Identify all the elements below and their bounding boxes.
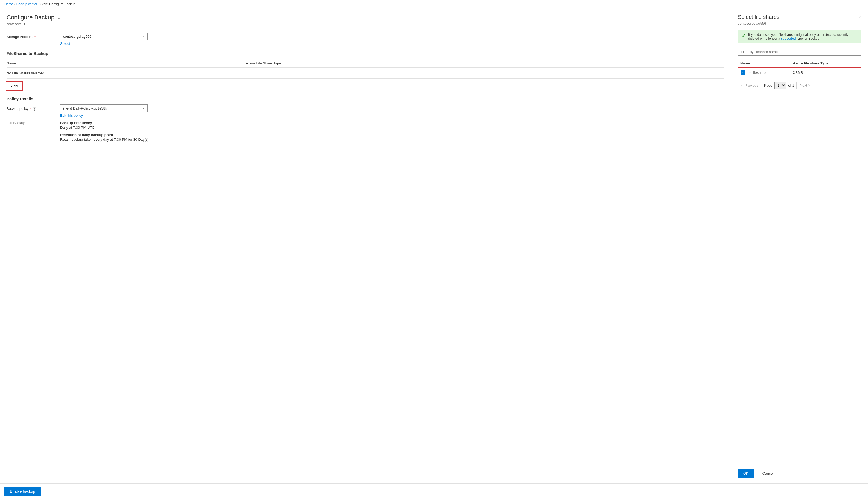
retention-title: Retention of daily backup point (60, 133, 724, 137)
page-subtitle: contosovault (7, 22, 724, 26)
breadcrumb-sep2: › (38, 2, 39, 6)
backup-policy-label: Backup policy * i (7, 105, 56, 111)
storage-account-select-link[interactable]: Select (60, 41, 70, 46)
close-button[interactable]: × (858, 14, 861, 20)
type-col-header: Azure file share Type (791, 59, 861, 68)
check-icon: ✔ (742, 33, 746, 38)
policy-section: Policy Details Backup policy * i (new) D… (7, 96, 724, 142)
breadcrumb-sep1: › (14, 2, 15, 6)
enable-backup-button[interactable]: Enable backup (4, 487, 41, 496)
left-panel: Configure Backup ... contosovault Storag… (0, 9, 731, 484)
edit-policy-link[interactable]: Edit this policy (60, 113, 83, 118)
storage-account-control: contosorgdiag556 ∨ Select (60, 33, 148, 46)
storage-account-dropdown[interactable]: contosorgdiag556 ∨ (60, 33, 148, 40)
pagination: < Previous Page 1 of 1 Next > (738, 82, 861, 89)
backup-policy-row: Backup policy * i (new) DailyPolicy-kup1… (7, 105, 724, 118)
type-col-header: Azure File Share Type (246, 61, 724, 65)
backup-policy-control: (new) DailyPolicy-kup1e38k ∨ Edit this p… (60, 105, 148, 118)
policy-required-star: * (30, 107, 32, 111)
checkbox-checked[interactable] (740, 70, 745, 75)
breadcrumb-current: Start: Configure Backup (40, 2, 75, 6)
page-of: of 1 (788, 83, 794, 87)
next-button[interactable]: Next > (796, 82, 814, 89)
panel-title: Select file shares (738, 14, 780, 20)
storage-account-label: Storage Account * (7, 33, 56, 39)
ok-button[interactable]: OK (738, 469, 754, 478)
info-icon[interactable]: i (33, 107, 36, 111)
policy-chevron: ∨ (142, 107, 145, 110)
backup-policy-dropdown[interactable]: (new) DailyPolicy-kup1e38k ∨ (60, 105, 148, 112)
backup-freq-val: Daily at 7:30 PM UTC (60, 125, 724, 130)
fileshares-empty-row: No File Shares selected (7, 68, 724, 79)
required-star: * (34, 35, 36, 39)
dropdown-chevron: ∨ (142, 35, 145, 38)
info-banner-text: If you don't see your file share, it mig… (748, 33, 857, 40)
page-select[interactable]: 1 (774, 82, 786, 89)
file-share-name-cell: testfileshare (738, 68, 791, 77)
full-backup-label: Full Backup (7, 121, 56, 142)
supported-link[interactable]: supported (781, 37, 796, 40)
name-col-header: Name (738, 59, 791, 68)
file-share-name: testfileshare (747, 71, 766, 75)
full-backup-details: Backup Frequency Daily at 7:30 PM UTC Re… (60, 121, 724, 142)
add-button[interactable]: Add (7, 82, 22, 90)
breadcrumb-backup-center[interactable]: Backup center (16, 2, 37, 6)
page-title: Configure Backup ... (7, 14, 724, 21)
storage-account-row: Storage Account * contosorgdiag556 ∨ Sel… (7, 33, 724, 46)
filter-input[interactable] (738, 48, 861, 56)
fileshares-table-header: Name Azure File Share Type (7, 59, 724, 68)
cancel-button[interactable]: Cancel (757, 469, 779, 478)
previous-button[interactable]: < Previous (738, 82, 762, 89)
fileshares-section-title: FileShares to Backup (7, 51, 724, 56)
full-backup-row: Full Backup Backup Frequency Daily at 7:… (7, 121, 724, 142)
panel-subtitle: contosorgdiag556 (738, 21, 861, 25)
panel-footer: OK Cancel (738, 463, 861, 478)
retention-val: Retain backup taken every day at 7:30 PM… (60, 137, 724, 142)
file-share-table: Name Azure file share Type testfileshare… (738, 59, 861, 77)
name-col-header: Name (7, 61, 246, 65)
policy-section-title: Policy Details (7, 96, 724, 101)
breadcrumb: Home › Backup center › Start: Configure … (0, 0, 868, 9)
right-panel: Select file shares × contosorgdiag556 ✔ … (731, 9, 868, 484)
panel-header: Select file shares × (738, 14, 861, 20)
info-banner: ✔ If you don't see your file share, it m… (738, 30, 861, 44)
backup-freq-title: Backup Frequency (60, 121, 724, 125)
breadcrumb-home[interactable]: Home (4, 2, 13, 6)
table-row[interactable]: testfileshareXSMB (738, 68, 861, 77)
page-label: Page (764, 83, 772, 87)
bottom-bar: Enable backup (0, 484, 868, 499)
file-share-type-cell: XSMB (791, 68, 861, 77)
more-options-btn[interactable]: ... (57, 15, 60, 20)
